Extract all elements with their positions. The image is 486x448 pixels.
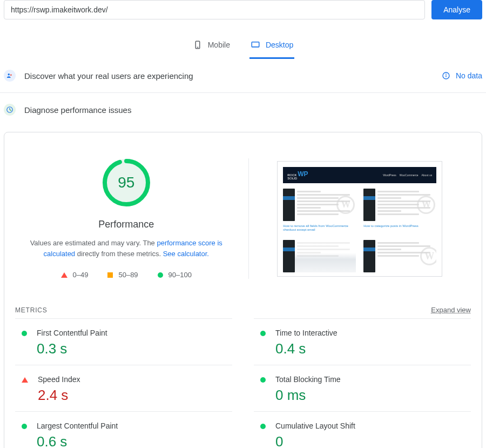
tab-mobile-label: Mobile xyxy=(208,41,230,49)
tab-mobile[interactable]: Mobile xyxy=(192,32,231,59)
metric-name: Total Blocking Time xyxy=(275,375,471,384)
metric-value: 0.4 s xyxy=(275,340,471,357)
metrics-heading: METRICS xyxy=(15,306,48,314)
metric-value: 2.4 s xyxy=(38,387,232,404)
metric-name: Cumulative Layout Shift xyxy=(275,422,471,430)
circle-icon xyxy=(158,272,163,278)
circle-icon xyxy=(260,424,266,429)
metric-item: Total Blocking Time0 ms xyxy=(254,365,471,411)
diagnose-title: Diagnose performance issues xyxy=(24,105,131,115)
metric-item: Largest Contentful Paint0.6 s xyxy=(15,411,232,448)
performance-label: Performance xyxy=(98,219,154,230)
metric-name: Speed Index xyxy=(38,375,232,384)
metric-item: First Contentful Paint0.3 s xyxy=(15,318,232,365)
page-screenshot: ROCK SOLID WP WordPressWooCommerceAbout … xyxy=(277,161,442,277)
triangle-icon xyxy=(61,272,68,278)
no-data-label: No data xyxy=(456,71,482,80)
metric-value: 0.3 s xyxy=(37,340,232,357)
metric-name: Largest Contentful Paint xyxy=(37,422,232,430)
circle-icon xyxy=(22,331,27,336)
metric-value: 0 xyxy=(275,433,471,448)
metric-item: Speed Index2.4 s xyxy=(15,365,232,411)
svg-rect-2 xyxy=(252,42,259,47)
mobile-icon xyxy=(193,40,202,50)
users-icon xyxy=(4,70,16,82)
url-input[interactable] xyxy=(4,0,425,19)
metric-name: First Contentful Paint xyxy=(37,329,232,337)
tab-desktop-label: Desktop xyxy=(266,41,293,49)
metric-name: Time to Interactive xyxy=(275,329,471,337)
diagnose-icon xyxy=(4,104,16,116)
performance-note: Values are estimated and may vary. The p… xyxy=(24,238,229,259)
metric-value: 0.6 s xyxy=(37,433,232,448)
desktop-icon xyxy=(251,40,260,50)
tab-desktop[interactable]: Desktop xyxy=(249,32,294,59)
svg-point-4 xyxy=(8,73,10,76)
info-icon xyxy=(442,71,450,80)
circle-icon xyxy=(260,377,266,383)
metric-item: Time to Interactive0.4 s xyxy=(254,318,471,365)
score-legend: 0–49 50–89 90–100 xyxy=(61,271,192,279)
analyse-button[interactable]: Analyse xyxy=(431,0,482,19)
circle-icon xyxy=(22,424,27,429)
metric-value: 0 ms xyxy=(275,387,471,404)
performance-card: 95 Performance Values are estimated and … xyxy=(4,132,482,448)
svg-point-8 xyxy=(446,74,447,75)
performance-gauge: 95 xyxy=(102,158,151,207)
discover-title: Discover what your real users are experi… xyxy=(24,71,193,81)
see-calculator-link[interactable]: See calculator. xyxy=(163,250,209,258)
expand-view-link[interactable]: Expand view xyxy=(431,306,471,314)
square-icon xyxy=(107,272,113,278)
svg-point-5 xyxy=(10,75,12,76)
triangle-icon xyxy=(22,377,28,383)
metric-item: Cumulative Layout Shift0 xyxy=(254,411,471,448)
no-data-link[interactable]: No data xyxy=(442,71,482,80)
performance-score: 95 xyxy=(102,158,151,207)
circle-icon xyxy=(260,331,266,336)
